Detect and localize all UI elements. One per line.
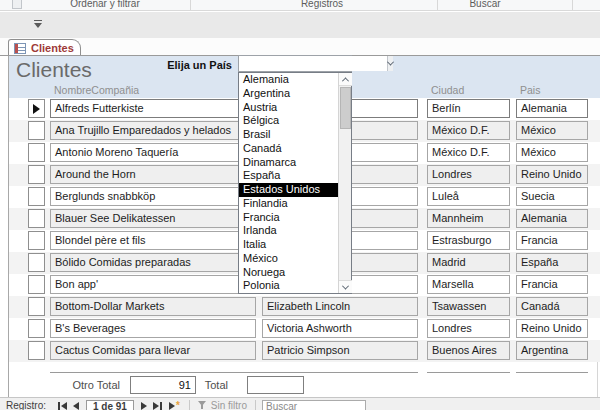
city-field[interactable]: México D.F. xyxy=(427,121,510,140)
city-field[interactable]: Madrid xyxy=(427,253,510,272)
company-field[interactable]: Berglunds snabbköp xyxy=(50,187,256,206)
next-record-button[interactable] xyxy=(141,401,147,410)
company-field[interactable]: B's Beverages xyxy=(50,319,256,338)
total-label: Total xyxy=(168,379,228,391)
dropdown-scrollbar[interactable] xyxy=(338,73,351,293)
country-field[interactable]: España xyxy=(516,253,588,272)
city-field[interactable]: Estrasburgo xyxy=(427,231,510,250)
company-field[interactable]: Antonio Moreno Taquería xyxy=(50,143,256,162)
country-field[interactable]: Argentina xyxy=(516,341,588,360)
company-field[interactable]: Cactus Comidas para llevar xyxy=(50,341,256,360)
company-field[interactable]: Around the Horn xyxy=(50,165,256,184)
dropdown-item[interactable]: Italia xyxy=(239,238,338,252)
city-field[interactable]: Tsawassen xyxy=(427,297,510,316)
dropdown-item[interactable]: Austria xyxy=(239,101,338,115)
record-selector[interactable] xyxy=(28,99,45,118)
record-selector[interactable] xyxy=(28,121,45,140)
tab-label: Clientes xyxy=(31,42,74,54)
record-selector[interactable] xyxy=(28,231,45,250)
dropdown-item[interactable]: Alemania xyxy=(239,73,338,87)
scroll-up-button[interactable] xyxy=(339,73,352,86)
city-field[interactable]: Berlín xyxy=(427,99,510,118)
country-field[interactable]: Reino Unido xyxy=(516,165,588,184)
city-field[interactable]: Luleå xyxy=(427,187,510,206)
dropdown-item[interactable]: México xyxy=(239,252,338,266)
country-field[interactable]: Reino Unido xyxy=(516,319,588,338)
scroll-down-button[interactable] xyxy=(339,280,352,293)
city-field[interactable]: México D.F. xyxy=(427,143,510,162)
dropdown-item[interactable]: Francia xyxy=(239,211,338,225)
record-label: Registro: xyxy=(6,400,46,410)
filter-funnel-icon xyxy=(198,401,207,410)
contact-field[interactable]: Victoria Ashworth xyxy=(262,319,418,338)
dropdown-item[interactable]: Argentina xyxy=(239,87,338,101)
record-position[interactable]: 1 de 91 xyxy=(86,400,134,410)
city-field[interactable]: Buenos Aires xyxy=(427,341,510,360)
company-field[interactable]: Bólido Comidas preparadas xyxy=(50,253,256,272)
last-record-button[interactable] xyxy=(153,401,163,410)
ribbon-collapse-strip xyxy=(0,12,600,38)
country-field[interactable]: Francia xyxy=(516,231,588,250)
dropdown-item[interactable]: España xyxy=(239,169,338,183)
record-selector[interactable] xyxy=(28,297,45,316)
record-selector[interactable] xyxy=(28,187,45,206)
country-field[interactable]: Alemania xyxy=(516,99,588,118)
company-field[interactable]: Blondel père et fils xyxy=(50,231,256,250)
form-icon xyxy=(14,43,26,54)
company-field[interactable]: Bottom-Dollar Markets xyxy=(50,297,256,316)
contact-field[interactable]: Elizabeth Lincoln xyxy=(262,297,418,316)
table-row: Bottom-Dollar MarketsElizabeth LincolnTs… xyxy=(9,296,600,318)
previous-record-button[interactable] xyxy=(73,401,79,410)
new-record-button[interactable]: * xyxy=(169,401,180,410)
company-field[interactable]: Alfreds Futterkiste xyxy=(50,99,256,118)
statusbar-separator xyxy=(255,400,256,410)
record-selector[interactable] xyxy=(28,165,45,184)
footer-divider xyxy=(50,372,418,373)
dropdown-item[interactable]: Polonia xyxy=(239,279,338,293)
record-selector[interactable] xyxy=(28,341,45,360)
ribbon-group-separator xyxy=(190,0,191,10)
tab-clientes[interactable]: Clientes xyxy=(8,39,81,56)
country-field[interactable]: Francia xyxy=(516,275,588,294)
country-field[interactable]: Suecia xyxy=(516,187,588,206)
search-input[interactable] xyxy=(262,400,366,410)
country-combo-input[interactable] xyxy=(239,56,387,71)
company-field[interactable]: Ana Trujillo Emparedados y helados xyxy=(50,121,256,140)
country-field[interactable]: Canadá xyxy=(516,297,588,316)
record-selector[interactable] xyxy=(28,253,45,272)
city-field[interactable]: Marsella xyxy=(427,275,510,294)
combo-dropdown-button[interactable] xyxy=(387,56,393,71)
ribbon-group-buscar: Buscar xyxy=(435,0,535,9)
collapse-ribbon-icon[interactable] xyxy=(33,19,44,29)
record-selector[interactable] xyxy=(28,275,45,294)
country-field[interactable]: México xyxy=(516,121,588,140)
country-combobox[interactable] xyxy=(238,55,352,72)
record-selector[interactable] xyxy=(28,143,45,162)
dropdown-item[interactable]: Canadá xyxy=(239,142,338,156)
first-record-button[interactable] xyxy=(57,401,67,410)
dropdown-item[interactable]: Brasil xyxy=(239,128,338,142)
column-header-ciudad: Ciudad xyxy=(431,84,464,96)
dropdown-item[interactable]: Dinamarca xyxy=(239,156,338,170)
country-combo-label: Elija un País xyxy=(140,59,232,71)
city-field[interactable]: Londres xyxy=(427,165,510,184)
dropdown-item[interactable]: Estados Unidos xyxy=(239,183,338,197)
filter-state-button[interactable]: Sin filtro xyxy=(211,400,247,410)
dropdown-item[interactable]: Noruega xyxy=(239,266,338,280)
record-selector[interactable] xyxy=(28,209,45,228)
city-field[interactable]: Mannheim xyxy=(427,209,510,228)
company-field[interactable]: Bon app' xyxy=(50,275,256,294)
dropdown-item[interactable]: Irlanda xyxy=(239,224,338,238)
scrollbar-thumb[interactable] xyxy=(340,87,351,129)
country-field[interactable]: México xyxy=(516,143,588,162)
chevron-down-icon xyxy=(387,59,394,66)
dropdown-item[interactable]: Finlandia xyxy=(239,197,338,211)
dropdown-item[interactable]: Bélgica xyxy=(239,114,338,128)
contact-field[interactable]: Patricio Simpson xyxy=(262,341,418,360)
city-field[interactable]: Londres xyxy=(427,319,510,338)
company-field[interactable]: Blauer See Delikatessen xyxy=(50,209,256,228)
record-selector[interactable] xyxy=(28,319,45,338)
total-field[interactable] xyxy=(247,376,304,394)
chevron-up-icon xyxy=(342,77,349,84)
country-field[interactable]: Alemania xyxy=(516,209,588,228)
